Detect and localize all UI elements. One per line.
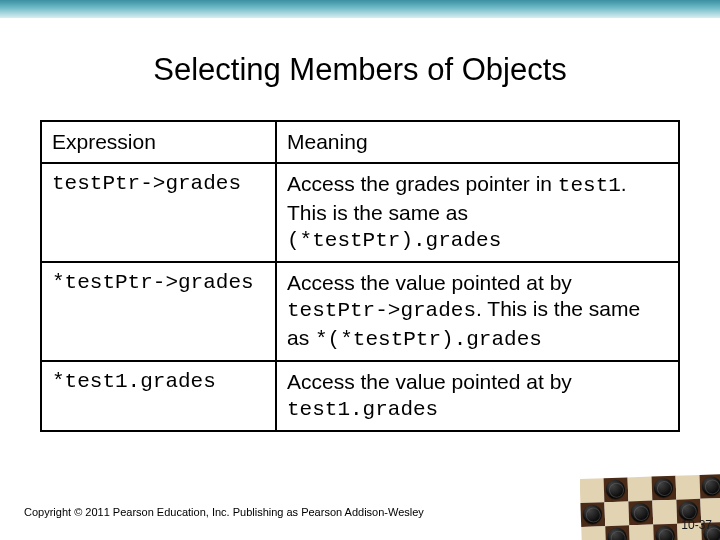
- code: test1.grades: [287, 398, 438, 421]
- page-number: 10-37: [681, 518, 712, 532]
- expr-cell: *testPtr->grades: [41, 262, 276, 361]
- text: Access the value pointed at by: [287, 370, 572, 393]
- expr-cell: *test1.grades: [41, 361, 276, 432]
- text: Access the value pointed at by: [287, 271, 572, 294]
- code: *(*testPtr).grades: [315, 328, 542, 351]
- copyright-footer: Copyright © 2011 Pearson Education, Inc.…: [24, 506, 424, 518]
- slide-body: Selecting Members of Objects Expression …: [0, 18, 720, 432]
- code: testPtr->grades: [287, 299, 476, 322]
- meaning-cell: Access the grades pointer in test1. This…: [276, 163, 679, 262]
- code: test1: [558, 174, 621, 197]
- expression-table: Expression Meaning testPtr->grades Acces…: [40, 120, 680, 432]
- meaning-cell: Access the value pointed at by test1.gra…: [276, 361, 679, 432]
- table-row: *test1.grades Access the value pointed a…: [41, 361, 679, 432]
- col-header-expression: Expression: [41, 121, 276, 163]
- expr-cell: testPtr->grades: [41, 163, 276, 262]
- col-header-meaning: Meaning: [276, 121, 679, 163]
- text: Access the grades pointer in: [287, 172, 558, 195]
- code: (*testPtr).grades: [287, 229, 501, 252]
- table-header-row: Expression Meaning: [41, 121, 679, 163]
- header-gradient: [0, 0, 720, 18]
- meaning-cell: Access the value pointed at by testPtr->…: [276, 262, 679, 361]
- table-row: testPtr->grades Access the grades pointe…: [41, 163, 679, 262]
- slide-title: Selecting Members of Objects: [40, 52, 680, 88]
- table-row: *testPtr->grades Access the value pointe…: [41, 262, 679, 361]
